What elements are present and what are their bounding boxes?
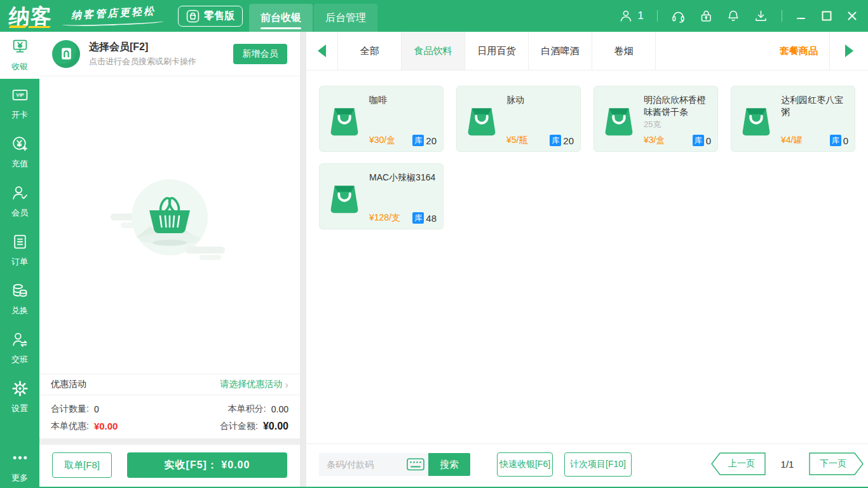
- order-discount-label: 本单优惠:: [51, 421, 89, 432]
- tab-front-cashier[interactable]: 前台收银: [249, 4, 313, 32]
- sidebar-item-label: 更多: [11, 472, 28, 484]
- logo-accent-icon: [9, 25, 27, 28]
- category-tab-combo-products[interactable]: 套餐商品: [768, 32, 829, 70]
- member-select-area[interactable]: 选择会员[F2] 点击进行会员搜索或刷卡操作 新增会员: [39, 32, 300, 76]
- product-meta: ¥4/罐 库 0: [781, 135, 848, 146]
- edition-label: 零售版: [204, 10, 234, 23]
- member-select-title: 选择会员[F2]: [89, 41, 196, 54]
- sidebar-item-settings[interactable]: 设置: [0, 372, 39, 421]
- logo-text: 纳客: [8, 4, 53, 28]
- stock-badge: 库: [693, 135, 704, 146]
- order-points: 本单积分: 0.00: [228, 403, 288, 415]
- sidebar-item-label: 开卡: [11, 109, 28, 121]
- support-headset-icon[interactable]: [671, 9, 686, 24]
- category-spacer: [656, 32, 768, 70]
- member-select-subtitle: 点击进行会员搜索或刷卡操作: [89, 56, 196, 67]
- app-logo: 纳客: [8, 6, 53, 27]
- download-icon[interactable]: [754, 9, 768, 24]
- prev-page-label: 上一页: [711, 452, 766, 475]
- sidebar-item-members[interactable]: 会员: [0, 177, 39, 226]
- vip-card-icon: VIP: [11, 86, 29, 106]
- sidebar-item-shift-change[interactable]: 交班: [0, 323, 39, 372]
- stock-count: 0: [706, 135, 711, 146]
- window-maximize-button[interactable]: [820, 10, 833, 22]
- top-bar: 纳客 纳客管店更轻松 零售版 前台收银 后台管理 1: [0, 0, 868, 32]
- empty-cart-illustration: [109, 168, 230, 270]
- category-tab-label: 全部: [360, 45, 379, 57]
- tab-back-management-label: 后台管理: [325, 11, 366, 25]
- product-card-mac-lipstick[interactable]: MAC小辣椒3164 ¥128/支 库 48: [319, 163, 444, 229]
- totals-row-1: 合计数量: 0 本单积分: 0.00: [51, 403, 288, 415]
- page-indicator: 1/1: [773, 452, 801, 475]
- category-scroll-left-button[interactable]: [306, 32, 338, 70]
- sidebar-item-recharge[interactable]: 充值: [0, 128, 39, 177]
- product-name: 脉动: [506, 94, 574, 106]
- next-page-button[interactable]: 下一页: [809, 452, 864, 475]
- tab-front-cashier-label: 前台收银: [261, 11, 301, 25]
- category-tab-liquor-beer[interactable]: 白酒啤酒: [529, 32, 592, 70]
- user-icon[interactable]: [619, 9, 633, 23]
- product-name: 咖啡: [369, 94, 437, 106]
- sidebar-item-label: 会员: [11, 207, 28, 219]
- category-tab-all[interactable]: 全部: [338, 32, 402, 70]
- sidebar-item-exchange[interactable]: 兑换: [0, 274, 39, 323]
- stock-count: 48: [426, 213, 437, 224]
- sidebar-item-label: 收银: [11, 61, 28, 72]
- keyboard-icon[interactable]: [407, 458, 424, 473]
- count-item-button[interactable]: 计次项目[F10]: [564, 452, 632, 477]
- search-button[interactable]: 搜索: [428, 453, 470, 476]
- stock-badge: 库: [830, 135, 841, 146]
- product-card-maidong[interactable]: 脉动 ¥5/瓶 库 20: [456, 86, 581, 152]
- member-card-icon: [52, 40, 80, 68]
- product-card-daliyuan-congee[interactable]: 达利园红枣八宝粥 ¥4/罐 库 0: [731, 86, 855, 152]
- category-tab-label: 套餐商品: [780, 45, 818, 57]
- window-close-button[interactable]: [846, 10, 858, 22]
- sidebar-item-label: 充值: [11, 158, 28, 170]
- product-info: 达利园红枣八宝粥 ¥4/罐 库 0: [781, 92, 848, 146]
- shopping-bag-badge-icon: [186, 10, 200, 23]
- product-card-meiji-biscuit[interactable]: 明治欣欣杯香橙味酱饼干条 25克 ¥3/盒 库 0: [593, 86, 718, 152]
- quick-checkout-button[interactable]: 快速收银[F6]: [497, 452, 553, 477]
- app-window: 纳客 纳客管店更轻松 零售版 前台收银 后台管理 1: [0, 0, 868, 488]
- category-tab-label: 卷烟: [614, 45, 634, 57]
- product-meta: ¥5/瓶 库 20: [506, 135, 574, 146]
- order-points-label: 本单积分:: [228, 403, 266, 415]
- category-tab-food-drinks[interactable]: 食品饮料: [402, 32, 465, 70]
- category-tab-daily-goods[interactable]: 日用百货: [465, 32, 529, 70]
- sidebar-item-label: 设置: [11, 403, 28, 414]
- tab-back-management[interactable]: 后台管理: [314, 4, 377, 32]
- sidebar-item-label: 交班: [11, 354, 28, 365]
- sidebar-item-open-card[interactable]: VIP 开卡: [0, 79, 39, 128]
- category-tab-label: 食品饮料: [414, 45, 452, 57]
- gear-icon: [11, 380, 29, 400]
- product-card-coffee[interactable]: 咖啡 ¥30/盒 库 20: [319, 86, 444, 152]
- product-meta: ¥30/盒 库 20: [369, 135, 437, 146]
- member-icon: [11, 184, 29, 204]
- stock-badge: 库: [550, 135, 561, 146]
- promo-activity-row: 优惠活动 请选择优惠活动 ›: [39, 374, 300, 395]
- sidebar-item-cashier[interactable]: 收银: [0, 32, 39, 79]
- category-tab-cigarettes[interactable]: 卷烟: [592, 32, 656, 70]
- divider: [657, 10, 658, 22]
- product-name: MAC小辣椒3164: [369, 172, 437, 184]
- shopping-bag-icon: [325, 99, 364, 139]
- lock-icon[interactable]: [699, 9, 713, 23]
- category-scroll-right-button[interactable]: [829, 32, 868, 70]
- logo-accent2-icon: [28, 26, 51, 28]
- checkout-button[interactable]: 实收[F5]： ¥0.00: [127, 452, 287, 478]
- sidebar-item-orders[interactable]: 订单: [0, 226, 39, 274]
- add-member-button[interactable]: 新增会员: [233, 44, 287, 64]
- next-page-label: 下一页: [809, 452, 864, 475]
- hold-order-button[interactable]: 取单[F8]: [52, 452, 112, 478]
- window-minimize-button[interactable]: [796, 10, 807, 22]
- product-spec: 25克: [644, 119, 711, 130]
- sidebar-item-more[interactable]: 更多: [0, 445, 39, 488]
- sidebar-item-label: 订单: [11, 256, 28, 268]
- recharge-icon: [11, 135, 29, 155]
- notification-bell-icon[interactable]: [726, 9, 740, 23]
- coins-icon: [11, 282, 29, 302]
- bottom-action-bar: 搜索 快速收银[F6] 计次项目[F10] 上一页 1/1 下一页: [306, 444, 868, 487]
- product-stock: 库 0: [693, 135, 711, 146]
- select-promo-link[interactable]: 请选择优惠活动 ›: [220, 379, 288, 390]
- prev-page-button[interactable]: 上一页: [711, 452, 766, 475]
